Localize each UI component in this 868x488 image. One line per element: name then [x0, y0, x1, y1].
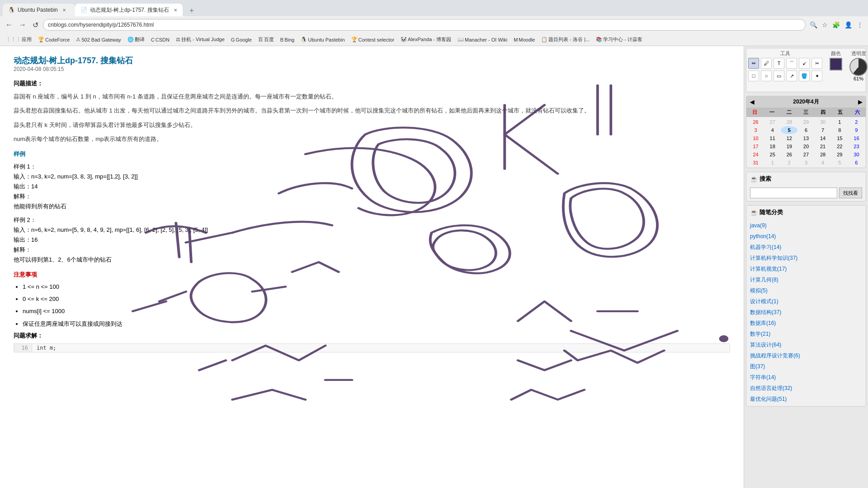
cal-day[interactable]: 28 — [781, 118, 797, 126]
cal-day[interactable]: 1 — [831, 118, 848, 126]
cat-math[interactable]: 数学(21) — [750, 328, 862, 339]
cal-day[interactable]: 13 — [797, 134, 814, 142]
search-icon[interactable]: 🔍 — [808, 20, 819, 29]
cat-sim[interactable]: 模拟(5) — [750, 285, 862, 296]
cal-day[interactable]: 27 — [797, 150, 814, 159]
cal-day[interactable]: 8 — [831, 126, 848, 134]
tab-article[interactable]: 📄 动态规划-树上dp-1757. 搜集钻石 ✕ — [75, 4, 183, 16]
cal-day[interactable]: 2 — [781, 159, 797, 167]
cal-day[interactable]: 10 — [747, 134, 764, 142]
cat-ml[interactable]: 机器学习(14) — [750, 242, 862, 253]
cal-day[interactable]: 4 — [815, 159, 831, 167]
arrow-tool[interactable]: ↙ — [799, 58, 810, 69]
cal-day[interactable]: 30 — [815, 118, 831, 126]
bm-apps[interactable]: ⋮⋮⋮ 应用 — [4, 36, 34, 43]
cal-day[interactable]: 3 — [797, 159, 814, 167]
cal-day-today[interactable]: 5 — [781, 126, 797, 134]
cal-day[interactable]: 14 — [815, 134, 831, 142]
cal-day[interactable]: 11 — [764, 134, 781, 142]
back-button[interactable]: ← — [4, 20, 14, 30]
bm-codeforces[interactable]: 🏆 CodeForce — [36, 36, 72, 43]
article-title[interactable]: 动态规划-树上dp-1757. 搜集钻石 — [14, 56, 133, 65]
cal-day[interactable]: 30 — [848, 150, 865, 159]
bm-csdn[interactable]: C CSDN — [149, 37, 172, 43]
bm-alexpanda[interactable]: 🐼 AlexPanda - 博客园 — [398, 36, 453, 43]
circle-tool[interactable]: ○ — [761, 70, 772, 81]
calendar-next[interactable]: ▶ — [858, 99, 862, 105]
bm-bad-gateway[interactable]: ⚠ 502 Bad Gateway — [74, 36, 123, 43]
cal-day[interactable]: 5 — [831, 159, 848, 167]
tab-add-button[interactable]: ＋ — [185, 5, 198, 16]
search-button[interactable]: 找找看 — [839, 188, 862, 198]
fill-tool[interactable]: 🪣 — [799, 70, 810, 81]
cal-day[interactable]: 6 — [848, 159, 865, 167]
cal-day[interactable]: 18 — [764, 142, 781, 150]
bm-manacher[interactable]: 📖 Manacher - OI Wiki — [455, 36, 509, 43]
cal-day[interactable]: 29 — [797, 118, 814, 126]
cal-day[interactable]: 21 — [815, 142, 831, 150]
cal-day[interactable]: 9 — [848, 126, 865, 134]
cat-db[interactable]: 数据库(16) — [750, 318, 862, 328]
cat-str[interactable]: 字符串(14) — [750, 372, 862, 383]
tab-close[interactable]: ✕ — [174, 8, 177, 13]
cal-day[interactable]: 16 — [848, 134, 865, 142]
cat-prog[interactable]: 挑战程序设计竞赛(6) — [750, 350, 862, 361]
star-icon[interactable]: ☆ — [821, 20, 829, 29]
cat-ds[interactable]: 数据结构(37) — [750, 307, 862, 318]
menu-icon[interactable]: ⋮ — [855, 20, 864, 29]
bm-vjudge[interactable]: ⚖ 挂机 - Virtual Judge — [174, 36, 227, 43]
extensions-icon[interactable]: 🧩 — [831, 20, 841, 29]
cal-day[interactable]: 19 — [781, 142, 797, 150]
cal-day[interactable]: 31 — [747, 159, 764, 167]
cal-day[interactable]: 29 — [831, 150, 848, 159]
opacity-knob[interactable] — [849, 58, 868, 76]
cal-day[interactable]: 12 — [781, 134, 797, 142]
cal-day[interactable]: 2 — [848, 118, 865, 126]
cat-algo[interactable]: 算法设计(64) — [750, 339, 862, 350]
cat-cv[interactable]: 计算机视觉(17) — [750, 263, 862, 274]
cat-cg[interactable]: 计算几何(8) — [750, 274, 862, 285]
bm-moodle[interactable]: M Moodle — [511, 37, 537, 43]
pen-tool[interactable]: 🖊 — [761, 58, 772, 69]
rounded-rect-tool[interactable]: ▭ — [774, 70, 784, 81]
bm-baidu[interactable]: 百 百度 — [256, 36, 276, 43]
cal-day[interactable]: 22 — [831, 142, 848, 150]
cal-day[interactable]: 24 — [747, 150, 764, 159]
tab-ubuntu-pastebin[interactable]: 🐧 Ubuntu Pastebin ✕ — [3, 4, 75, 16]
cat-opt[interactable]: 最优化问题(51) — [750, 394, 862, 404]
cal-day[interactable]: 6 — [797, 126, 814, 134]
profile-icon[interactable]: 👤 — [843, 20, 854, 29]
cat-dp[interactable]: 设计模式(1) — [750, 296, 862, 307]
cal-day[interactable]: 23 — [848, 142, 865, 150]
bm-pastebin[interactable]: 🐧 Ubuntu Pastebin — [298, 36, 347, 43]
scissors-tool[interactable]: ✂ — [811, 58, 822, 69]
cal-day[interactable]: 25 — [764, 150, 781, 159]
color-swatch[interactable] — [830, 58, 842, 70]
cat-python[interactable]: python(14) — [750, 231, 862, 242]
cal-day[interactable]: 7 — [815, 126, 831, 134]
pencil-tool[interactable]: ✏ — [748, 58, 759, 69]
cat-java[interactable]: java(9) — [750, 220, 862, 231]
cal-day[interactable]: 1 — [764, 159, 781, 167]
bm-luogu[interactable]: 📋 题目列表 - 洛谷 |... — [539, 36, 592, 43]
reload-button[interactable]: ↺ — [31, 20, 40, 30]
cat-nlp[interactable]: 自然语言处理(32) — [750, 383, 862, 394]
search-input[interactable] — [750, 188, 837, 198]
tab-close[interactable]: ✕ — [62, 8, 66, 13]
cal-day[interactable]: 15 — [831, 134, 848, 142]
bm-google[interactable]: G Google — [229, 37, 254, 43]
cal-day[interactable]: 20 — [797, 142, 814, 150]
calendar-prev[interactable]: ◀ — [750, 99, 754, 105]
text-tool[interactable]: T — [774, 58, 784, 69]
cal-day[interactable]: 27 — [764, 118, 781, 126]
star-tool[interactable]: ✦ — [811, 70, 822, 81]
cal-day[interactable]: 3 — [747, 126, 764, 134]
cal-day[interactable]: 26 — [781, 150, 797, 159]
cal-day[interactable]: 17 — [747, 142, 764, 150]
bm-translate[interactable]: 🌐 翻译 — [125, 36, 147, 43]
cal-day[interactable]: 28 — [815, 150, 831, 159]
forward-button[interactable]: → — [17, 20, 28, 30]
bm-contest-selector[interactable]: 🏆 Contest selector — [349, 36, 396, 43]
cal-day[interactable]: 26 — [747, 118, 764, 126]
cal-day[interactable]: 4 — [764, 126, 781, 134]
